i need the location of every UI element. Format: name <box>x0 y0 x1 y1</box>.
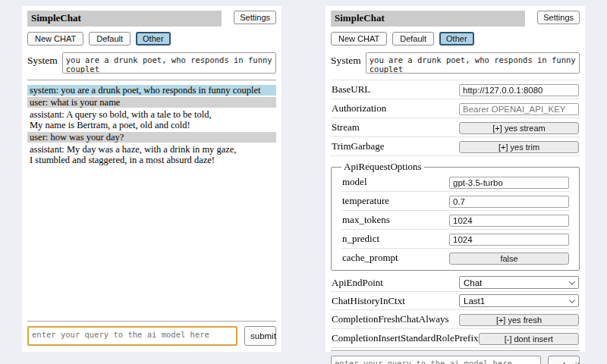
setting-row-stream: Stream [+] yes stream <box>331 118 580 137</box>
chat-messages: system: you are a drunk poet, who respon… <box>27 85 276 167</box>
baseurl-input[interactable] <box>459 84 579 96</box>
setting-row-n-predict: n_predict <box>341 230 570 249</box>
settings-panel: SimpleChat Settings New CHAT Default Oth… <box>326 6 585 352</box>
api-endpoint-label: ApiEndPoint <box>332 277 459 289</box>
new-chat-button[interactable]: New CHAT <box>331 32 387 46</box>
setting-row-chat-history: ChatHistoryInCtxt Last1 <box>331 292 580 310</box>
spacer <box>27 167 276 318</box>
query-row: submit <box>27 326 276 346</box>
temperature-label: temperature <box>342 195 449 207</box>
n-predict-label: n_predict <box>342 233 449 245</box>
trimgarbage-label: TrimGarbage <box>332 140 459 152</box>
query-input[interactable] <box>27 326 237 346</box>
baseurl-label: BaseURL <box>332 83 459 96</box>
authorization-label: Authorization <box>332 102 459 115</box>
submit-button[interactable]: submit <box>548 356 580 364</box>
message-user: user: what is your name <box>27 97 276 108</box>
divider <box>27 80 276 80</box>
cache-prompt-label: cache_prompt <box>342 252 449 264</box>
chevron-down-icon <box>569 297 575 303</box>
message-user: user: how was your day? <box>27 132 276 143</box>
settings-button[interactable]: Settings <box>537 11 580 24</box>
divider <box>331 350 580 351</box>
api-request-options-fieldset: ApiRequestOptions model temperature max_… <box>331 161 580 271</box>
completion-prefix-toggle-button[interactable]: [-] dont insert <box>479 333 579 345</box>
new-chat-button[interactable]: New CHAT <box>27 32 83 46</box>
query-row: submit <box>331 356 580 364</box>
system-prompt-input[interactable]: you are a drunk poet, who responds in fu… <box>62 52 276 74</box>
completion-prefix-label: CompletionInsertStandardRolePrefix <box>332 332 479 344</box>
n-predict-input[interactable] <box>449 234 569 246</box>
setting-row-completion-prefix: CompletionInsertStandardRolePrefix [-] d… <box>331 329 580 348</box>
model-label: model <box>342 176 449 188</box>
chat-history-label: ChatHistoryInCtxt <box>332 295 459 307</box>
max-tokens-label: max_tokens <box>342 214 449 226</box>
api-request-options-legend: ApiRequestOptions <box>341 161 424 173</box>
setting-row-authorization: Authorization <box>331 99 580 118</box>
system-label: System <box>27 52 58 74</box>
system-prompt-row: System you are a drunk poet, who respond… <box>27 52 276 74</box>
system-prompt-input[interactable]: you are a drunk poet, who responds in fu… <box>366 52 580 74</box>
temperature-input[interactable] <box>449 196 569 208</box>
setting-row-model: model <box>341 173 570 192</box>
settings-list: BaseURL Authorization Stream [+] yes str… <box>331 80 580 348</box>
query-input[interactable] <box>331 356 541 364</box>
setting-row-temperature: temperature <box>341 192 570 211</box>
session-tab-default[interactable]: Default <box>89 32 131 46</box>
completion-fresh-toggle-button[interactable]: [+] yes fresh <box>459 314 579 326</box>
header: SimpleChat Settings <box>331 11 580 27</box>
header: SimpleChat Settings <box>27 11 276 27</box>
stream-label: Stream <box>332 121 459 133</box>
model-input[interactable] <box>449 177 569 189</box>
session-tabs: New CHAT Default Other <box>27 32 276 46</box>
setting-row-cache-prompt: cache_prompt false <box>341 249 570 267</box>
app-title: SimpleChat <box>27 11 222 27</box>
session-tabs: New CHAT Default Other <box>331 32 580 46</box>
max-tokens-input[interactable] <box>449 215 569 227</box>
completion-fresh-label: CompletionFreshChatAlways <box>332 313 459 325</box>
stream-toggle-button[interactable]: [+] yes stream <box>459 122 579 134</box>
app-title: SimpleChat <box>331 11 525 27</box>
message-assistant: assistant: A query so bold, with a tale … <box>27 109 276 130</box>
api-endpoint-select[interactable]: Chat <box>459 276 579 289</box>
chat-panel: SimpleChat Settings New CHAT Default Oth… <box>22 6 281 352</box>
authorization-input[interactable] <box>459 103 579 115</box>
setting-row-completion-fresh: CompletionFreshChatAlways [+] yes fresh <box>331 310 580 329</box>
api-endpoint-selected-value: Chat <box>464 278 482 287</box>
setting-row-api-endpoint: ApiEndPoint Chat <box>331 274 580 292</box>
divider <box>27 321 276 322</box>
settings-button[interactable]: Settings <box>234 11 276 24</box>
cache-prompt-toggle-button[interactable]: false <box>449 253 569 265</box>
chat-history-select[interactable]: Last1 <box>459 294 579 307</box>
chat-history-selected-value: Last1 <box>464 297 485 306</box>
system-prompt-row: System you are a drunk poet, who respond… <box>331 52 580 74</box>
system-label: System <box>331 52 361 74</box>
setting-row-trimgarbage: TrimGarbage [+] yes trim <box>331 137 580 156</box>
submit-button[interactable]: submit <box>244 326 276 346</box>
session-tab-default[interactable]: Default <box>392 32 434 46</box>
session-tab-other[interactable]: Other <box>136 32 171 46</box>
message-system: system: you are a drunk poet, who respon… <box>27 85 276 96</box>
trimgarbage-toggle-button[interactable]: [+] yes trim <box>459 141 579 153</box>
setting-row-max-tokens: max_tokens <box>341 211 570 230</box>
message-assistant: assistant: My day was a haze, with a dri… <box>27 144 276 165</box>
setting-row-baseurl: BaseURL <box>331 80 580 99</box>
session-tab-other[interactable]: Other <box>439 32 474 46</box>
chevron-down-icon <box>569 278 575 284</box>
